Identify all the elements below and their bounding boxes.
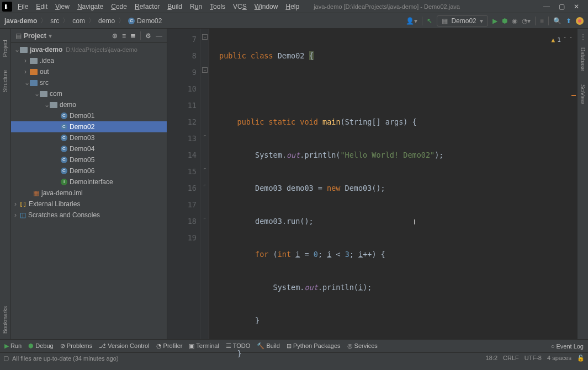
crumb-com[interactable]: com [72, 17, 85, 25]
ide-icon[interactable] [576, 17, 584, 25]
menu-tools[interactable]: Tools [206, 2, 229, 12]
tree-label: java-demo.iml [41, 189, 83, 197]
tool-structure[interactable]: Structure [2, 70, 8, 93]
left-tool-strip: Project Structure Bookmarks [0, 29, 11, 339]
crumb-demo[interactable]: demo [98, 17, 115, 25]
ide-logo-icon [2, 2, 12, 12]
fold-gutter[interactable]: – – ⌐ ⌐ ⌐ ⌐ [200, 29, 209, 339]
menu-help[interactable]: Help [282, 2, 303, 12]
tree-label: .idea [40, 57, 54, 65]
stop-icon[interactable]: ■ [540, 17, 544, 25]
crumb-project[interactable]: java-demo [4, 17, 37, 25]
maximize-icon[interactable]: ▢ [559, 3, 565, 10]
tree-file[interactable]: IDemoInterface [11, 176, 167, 187]
fold-icon[interactable]: ⌐ [202, 133, 208, 139]
tree-file-selected[interactable]: CDemo02 [11, 121, 167, 132]
status-icon[interactable]: ▢ [3, 355, 9, 362]
tree-root[interactable]: ⌄java-demoD:\IdeaProjects\java-demo [11, 44, 167, 55]
menu-view[interactable]: View [52, 2, 73, 12]
library-icon: ⫿⫿ [20, 200, 27, 208]
tree-demo[interactable]: ⌄demo [11, 99, 167, 110]
crumb-src[interactable]: src [50, 17, 59, 25]
debug-icon[interactable]: ⬢ [502, 17, 507, 25]
tool-profiler[interactable]: ◔ Profiler [156, 342, 183, 350]
line-number: 9 [167, 64, 197, 81]
line-number: 18 [167, 213, 197, 229]
inspection-badge[interactable]: ▲ 1 ˆ ˇ [552, 32, 573, 49]
status-message: All files are up-to-date (34 minutes ago… [12, 355, 119, 362]
lock-icon[interactable]: 🔓 [577, 355, 585, 362]
main-menu: File Edit View Navigate Code Refactor Bu… [14, 2, 303, 12]
chevron-right-icon: 〉 [118, 16, 125, 25]
text-cursor-icon: I [414, 214, 416, 230]
iml-icon: ▦ [33, 189, 39, 197]
more-icon[interactable]: ⋮ [580, 33, 586, 41]
tool-problems[interactable]: ⊘ Problems [60, 342, 93, 350]
coverage-icon[interactable]: ◉ [512, 17, 517, 25]
tree-com[interactable]: ⌄com [11, 88, 167, 99]
add-user-icon[interactable]: 👤▾ [406, 17, 417, 25]
line-number: 14 [167, 147, 197, 163]
gear-icon[interactable]: ⚙ [145, 32, 151, 40]
fold-icon[interactable]: – [202, 34, 208, 40]
run-icon[interactable]: ▶ [492, 17, 497, 25]
run-config-selector[interactable]: ▦ Demo02 ▾ [437, 15, 488, 26]
tree-label: Scratches and Consoles [28, 211, 100, 219]
fold-icon[interactable]: – [202, 67, 208, 73]
close-icon[interactable]: ✕ [574, 3, 579, 10]
project-panel-title[interactable]: Project [24, 32, 46, 40]
tree-file[interactable]: CDemo05 [11, 154, 167, 165]
tree-iml[interactable]: ▦java-demo.iml [11, 187, 167, 199]
tool-bookmarks[interactable]: Bookmarks [2, 306, 8, 334]
fold-end-icon[interactable]: ⌐ [202, 167, 208, 172]
menu-window[interactable]: Window [251, 2, 282, 12]
minimize-icon[interactable]: — [543, 3, 550, 10]
code-area[interactable]: public class Demo02 { public static void… [209, 29, 577, 339]
class-icon: C [61, 112, 67, 119]
menu-build[interactable]: Build [164, 2, 186, 12]
tree-ext-libs[interactable]: ›⫿⫿External Libraries [11, 199, 167, 210]
tree-scratches[interactable]: ›◫Scratches and Consoles [11, 210, 167, 221]
line-number: 16 [167, 180, 197, 196]
menu-code[interactable]: Code [108, 2, 130, 12]
tree-file[interactable]: CDemo03 [11, 132, 167, 143]
tool-run[interactable]: ▶ Run [4, 342, 22, 350]
menu-file[interactable]: File [14, 2, 31, 12]
tool-sciview[interactable]: SciView [580, 84, 586, 104]
tree-file[interactable]: CDemo06 [11, 165, 167, 176]
chevron-up-icon[interactable]: ˆ [563, 32, 567, 49]
menu-run[interactable]: Run [187, 2, 205, 12]
menu-edit[interactable]: Edit [33, 2, 51, 12]
chevron-down-icon[interactable]: ▾ [49, 32, 52, 40]
line-number-gutter[interactable]: 7 8 9 10 11 12 13 14 15 16 17 18 19 [167, 29, 200, 339]
tool-project[interactable]: Project [2, 40, 8, 57]
fold-end-icon[interactable]: ⌐ [202, 183, 208, 189]
update-icon[interactable]: ⬆ [566, 17, 571, 25]
profiler-icon[interactable]: ◔▾ [522, 17, 531, 25]
navigation-bar: java-demo 〉 src 〉 com 〉 demo 〉 C Demo02 … [0, 13, 588, 29]
fold-end-icon[interactable]: ⌐ [202, 216, 208, 222]
menu-refactor[interactable]: Refactor [131, 2, 163, 12]
menu-vcs[interactable]: VCS [230, 2, 250, 12]
separator [548, 17, 549, 25]
tree-file[interactable]: CDemo01 [11, 110, 167, 121]
line-number: 8 [167, 47, 197, 64]
crumb-class[interactable]: Demo02 [137, 17, 162, 25]
tree-idea[interactable]: ›.idea [11, 55, 167, 66]
tool-debug[interactable]: ⬢ Debug [28, 342, 53, 350]
tool-terminal[interactable]: ▣ Terminal [189, 342, 219, 350]
expand-all-icon[interactable]: ≡ [122, 32, 126, 40]
line-number: 15 [167, 163, 197, 180]
tree-file[interactable]: CDemo04 [11, 143, 167, 154]
build-icon[interactable]: ↖ [427, 17, 432, 25]
tree-out[interactable]: ›out [11, 66, 167, 77]
collapse-all-icon[interactable]: ≣ [130, 32, 136, 40]
tool-vcs[interactable]: ⎇ Version Control [99, 342, 149, 350]
tree-src[interactable]: ⌄src [11, 77, 167, 88]
separator [140, 31, 141, 40]
select-opened-icon[interactable]: ⊕ [112, 32, 118, 40]
search-icon[interactable]: 🔍 [553, 17, 561, 25]
profiler-icon: ◔ [156, 342, 162, 349]
hide-icon[interactable]: — [156, 32, 162, 40]
menu-navigate[interactable]: Navigate [74, 2, 107, 12]
